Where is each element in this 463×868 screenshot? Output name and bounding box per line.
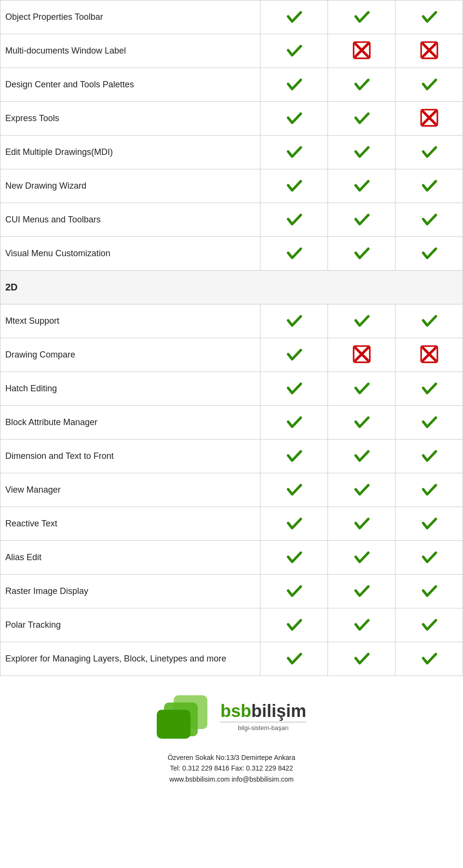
table-row-polar-tracking: Polar Tracking — [0, 608, 463, 642]
row-col3-reactive-text — [395, 507, 463, 541]
table-row-mtext-support: Mtext Support — [0, 304, 463, 338]
row-col1-view-manager — [260, 473, 328, 507]
table-row-design-center-tools-palettes: Design Center and Tools Palettes — [0, 68, 463, 102]
check-icon — [284, 648, 304, 668]
check-icon — [352, 648, 372, 668]
table-row-object-properties-toolbar: Object Properties Toolbar — [0, 0, 463, 34]
row-label-design-center-tools-palettes: Design Center and Tools Palettes — [0, 68, 260, 102]
check-icon — [352, 310, 372, 331]
row-col1-explorer-managing-layers — [260, 642, 328, 676]
table-row-alias-edit: Alias Edit — [0, 541, 463, 575]
row-col1-reactive-text — [260, 507, 328, 541]
check-icon — [352, 445, 372, 466]
row-col1-design-center-tools-palettes — [260, 68, 328, 102]
table-row-dimension-text-front: Dimension and Text to Front — [0, 440, 463, 473]
row-col3-cui-menus-toolbars — [395, 203, 463, 237]
row-label-object-properties-toolbar: Object Properties Toolbar — [0, 0, 260, 34]
table-row-express-tools: Express Tools — [0, 102, 463, 136]
footer-phone-line: Tel: 0.312 229 8416 Fax: 0.312 229 8422 — [5, 763, 458, 773]
cross-icon — [419, 108, 439, 128]
bsb-logo-graphic — [157, 690, 215, 744]
check-icon — [284, 108, 304, 128]
row-col2-polar-tracking — [328, 608, 395, 642]
check-icon — [284, 74, 304, 94]
check-icon — [284, 344, 304, 364]
row-col2-new-drawing-wizard — [328, 169, 395, 203]
table-row-edit-multiple-drawings: Edit Multiple Drawings(MDI) — [0, 136, 463, 169]
check-icon — [352, 6, 372, 27]
row-col2-drawing-compare — [328, 338, 395, 372]
check-icon — [352, 175, 372, 195]
check-icon — [284, 40, 304, 60]
table-row-new-drawing-wizard: New Drawing Wizard — [0, 169, 463, 203]
row-col3-multi-documents-window-label — [395, 34, 463, 68]
table-row-cui-menus-toolbars: CUI Menus and Toolbars — [0, 203, 463, 237]
check-icon — [419, 310, 439, 331]
check-icon — [352, 580, 372, 601]
row-col2-alias-edit — [328, 541, 395, 575]
row-col3-dimension-text-front — [395, 440, 463, 473]
row-col2-block-attribute-manager — [328, 406, 395, 440]
row-col3-raster-image-display — [395, 575, 463, 608]
row-label-multi-documents-window-label: Multi-documents Window Label — [0, 34, 260, 68]
check-icon — [284, 209, 304, 229]
check-icon — [419, 445, 439, 466]
check-icon — [284, 479, 304, 499]
table-row-raster-image-display: Raster Image Display — [0, 575, 463, 608]
check-icon — [419, 547, 439, 567]
row-col1-express-tools — [260, 102, 328, 136]
row-label-drawing-compare: Drawing Compare — [0, 338, 260, 372]
row-label-explorer-managing-layers: Explorer for Managing Layers, Block, Lin… — [0, 642, 260, 676]
check-icon — [284, 6, 304, 27]
svg-rect-17 — [157, 710, 191, 739]
check-icon — [419, 243, 439, 263]
table-row-view-manager: View Manager — [0, 473, 463, 507]
logo-area: bsbbilişim bilgi-sistem-başarı — [5, 690, 458, 747]
check-icon — [352, 378, 372, 398]
check-icon — [419, 74, 439, 94]
check-icon — [419, 175, 439, 195]
check-icon — [419, 412, 439, 432]
footer-address: Özveren Sokak No:13/3 Demirtepe Ankara T… — [5, 752, 458, 785]
row-col2-design-center-tools-palettes — [328, 68, 395, 102]
section-header-2d-section: 2D — [0, 271, 463, 304]
row-col1-edit-multiple-drawings — [260, 136, 328, 169]
row-col3-block-attribute-manager — [395, 406, 463, 440]
check-icon — [419, 513, 439, 533]
check-icon — [419, 209, 439, 229]
row-label-new-drawing-wizard: New Drawing Wizard — [0, 169, 260, 203]
check-icon — [352, 513, 372, 533]
row-col1-object-properties-toolbar — [260, 0, 328, 34]
row-col3-alias-edit — [395, 541, 463, 575]
check-icon — [284, 580, 304, 601]
row-col2-explorer-managing-layers — [328, 642, 395, 676]
row-label-block-attribute-manager: Block Attribute Manager — [0, 406, 260, 440]
row-col3-object-properties-toolbar — [395, 0, 463, 34]
row-col1-drawing-compare — [260, 338, 328, 372]
row-col3-polar-tracking — [395, 608, 463, 642]
check-icon — [352, 614, 372, 634]
cross-icon — [419, 344, 439, 364]
row-label-dimension-text-front: Dimension and Text to Front — [0, 440, 260, 473]
table-row-visual-menu-customization: Visual Menu Customization — [0, 237, 463, 271]
row-col3-hatch-editing — [395, 372, 463, 406]
row-col2-view-manager — [328, 473, 395, 507]
row-col1-polar-tracking — [260, 608, 328, 642]
footer: bsbbilişim bilgi-sistem-başarı Özveren S… — [0, 676, 463, 794]
check-icon — [284, 513, 304, 533]
check-icon — [419, 614, 439, 634]
row-col3-explorer-managing-layers — [395, 642, 463, 676]
row-col1-multi-documents-window-label — [260, 34, 328, 68]
check-icon — [284, 614, 304, 634]
row-label-raster-image-display: Raster Image Display — [0, 575, 260, 608]
row-col1-mtext-support — [260, 304, 328, 338]
table-row-explorer-managing-layers: Explorer for Managing Layers, Block, Lin… — [0, 642, 463, 676]
check-icon — [352, 479, 372, 499]
check-icon — [419, 378, 439, 398]
check-icon — [419, 6, 439, 27]
row-label-edit-multiple-drawings: Edit Multiple Drawings(MDI) — [0, 136, 260, 169]
row-col2-mtext-support — [328, 304, 395, 338]
check-icon — [284, 243, 304, 263]
table-row-2d-section: 2D — [0, 271, 463, 304]
row-col2-visual-menu-customization — [328, 237, 395, 271]
